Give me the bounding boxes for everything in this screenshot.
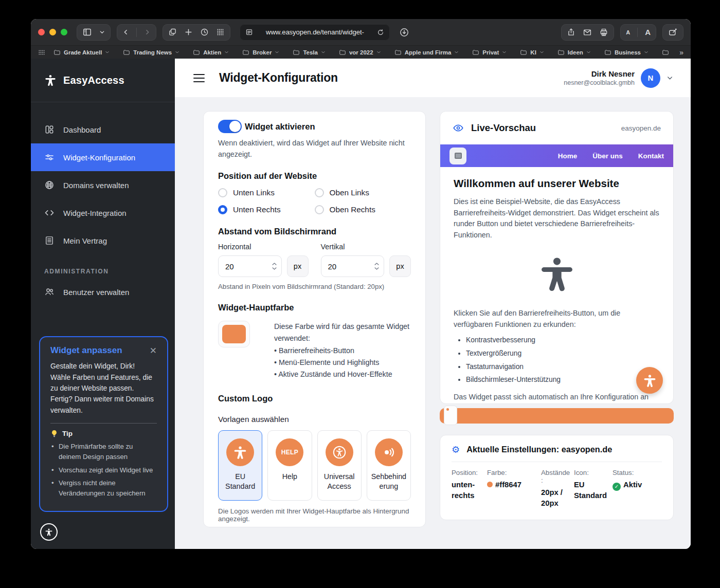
bookmark-item[interactable]: vor 2022 xyxy=(339,49,381,56)
distance-section-title: Abstand vom Bildschirmrand xyxy=(218,227,411,236)
bookmark-item[interactable]: Apple und Firma xyxy=(394,49,459,56)
color-picker[interactable] xyxy=(218,321,250,347)
stat-abstaende: Abstände: 20px / 20px xyxy=(541,469,574,509)
toggle-description: Wenn deaktiviert, wird das Widget auf Ih… xyxy=(218,137,408,160)
sidebar-item-domains-verwalten[interactable]: Domains verwalten xyxy=(31,171,175,199)
stat-position: Position: unten-rechts xyxy=(452,469,487,509)
stat-farbe: Farbe: #ff8647 xyxy=(487,469,541,509)
forward-icon[interactable] xyxy=(144,28,151,36)
bookmark-item[interactable]: Privat xyxy=(472,49,507,56)
popup-body: Gestalte dein Widget, Dirk! Wähle Farben… xyxy=(50,361,157,416)
preview-nav-link[interactable]: Kontakt xyxy=(638,152,664,160)
accessibility-widget-button[interactable] xyxy=(40,523,58,541)
check-circle-icon: ✓ xyxy=(613,483,621,491)
close-icon[interactable]: ✕ xyxy=(150,346,157,355)
preview-nav-link[interactable]: Über uns xyxy=(592,152,623,160)
hamburger-menu-icon[interactable] xyxy=(193,74,205,82)
template-help[interactable]: HELP Help xyxy=(267,430,312,501)
tab-group-chevron-icon[interactable] xyxy=(99,29,105,35)
address-bar[interactable]: www.easyopen.de/tenant/widget- xyxy=(240,24,390,41)
minimize-window-button[interactable] xyxy=(49,29,56,35)
text-size-group: A A xyxy=(620,24,656,41)
stepper-arrows-icon[interactable] xyxy=(272,263,277,270)
zoom-window-button[interactable] xyxy=(61,29,67,35)
browser-toolbar: www.easyopen.de/tenant/widget- A xyxy=(31,19,691,45)
template-eu-standard[interactable]: EU Standard xyxy=(218,430,262,501)
preview-title: Live-Vorschau xyxy=(471,122,536,134)
share-icon[interactable] xyxy=(567,28,575,36)
logo-help: Die Logos werden mit Ihrer Widget-Hauptf… xyxy=(218,507,411,523)
preview-nav-link[interactable]: Home xyxy=(558,152,578,160)
stepper-arrows-icon[interactable] xyxy=(374,263,379,270)
bookmark-item[interactable]: Ideen xyxy=(557,49,591,56)
preview-site-footer: Das Widget passt sich automatisch an Ihr… xyxy=(454,392,660,403)
bookmarks-overflow-chevrons[interactable]: » xyxy=(679,48,683,57)
preview-accessibility-button[interactable] xyxy=(636,367,663,394)
bookmark-item[interactable]: Tesla xyxy=(293,49,326,56)
sidebar-toggle-group xyxy=(77,24,111,41)
bookmarks-grid-icon[interactable] xyxy=(38,49,45,56)
sidebar-item-benutzer-verwalten[interactable]: Benutzer verwalten xyxy=(31,278,175,306)
back-icon[interactable] xyxy=(122,28,129,36)
bookmark-item[interactable]: Aktien xyxy=(193,49,229,56)
downloads-icon[interactable] xyxy=(396,24,412,41)
bookmark-item[interactable]: 3D Drucker xyxy=(662,49,672,56)
sidebar-item-dashboard[interactable]: Dashboard xyxy=(31,116,175,143)
eye-icon xyxy=(453,122,464,134)
dashboard-icon xyxy=(44,124,55,135)
color-description: Diese Farbe wird für das gesamte Widget … xyxy=(274,321,411,344)
mail-icon[interactable] xyxy=(583,28,592,37)
sidebar-item-widget-konfiguration[interactable]: Widget-Konfiguration xyxy=(31,143,175,171)
logo-section-title: Custom Logo xyxy=(218,394,411,403)
tab-overview-grid-icon[interactable] xyxy=(216,28,225,36)
user-menu[interactable]: Dirk Nesner nesner@coolblack.gmbh N xyxy=(564,68,673,88)
history-clock-icon[interactable] xyxy=(200,28,209,36)
copy-tabs-icon[interactable] xyxy=(168,28,177,36)
live-preview-card: Live-Vorschau easyopen.de HomeÜber unsKo… xyxy=(440,111,674,404)
radio-oben-rechts[interactable]: Oben Rechts xyxy=(315,205,411,214)
widget-active-toggle[interactable] xyxy=(218,120,242,133)
radio-unten-rechts[interactable]: Unten Rechts xyxy=(218,205,315,214)
url-text[interactable]: www.easyopen.de/tenant/widget- xyxy=(253,28,377,36)
stat-status: Status: ✓Aktiv xyxy=(613,469,662,509)
browser-sidebar-icon[interactable] xyxy=(82,27,92,37)
share-tools-group xyxy=(561,24,614,41)
lightbulb-icon xyxy=(50,430,58,437)
sliders-icon xyxy=(44,152,55,162)
accessibility-person-icon xyxy=(643,374,657,388)
note-tag-icon xyxy=(444,406,457,425)
radio-unten-links[interactable]: Unten Links xyxy=(218,188,315,197)
increase-text-icon[interactable]: A xyxy=(645,28,651,36)
template-universal-access[interactable]: Universal Access xyxy=(317,430,362,501)
sidebar-item-widget-integration[interactable]: Widget-Integration xyxy=(31,199,175,227)
bookmark-item[interactable]: KI xyxy=(520,49,544,56)
color-point: • Menü-Elemente und Highlights xyxy=(274,357,411,369)
sidebar-item-mein-vertrag[interactable]: Mein Vertrag xyxy=(31,227,175,254)
gear-icon: ⚙ xyxy=(452,445,460,454)
avatar[interactable]: N xyxy=(641,68,660,88)
print-icon[interactable] xyxy=(599,28,608,37)
bookmark-item[interactable]: Broker xyxy=(242,49,279,56)
bookmark-item[interactable]: Grade Aktuell xyxy=(53,49,110,56)
user-name: Dirk Nesner xyxy=(564,69,635,78)
widget-anpassen-popup: Widget anpassen ✕ Gestalte dein Widget, … xyxy=(39,336,168,512)
reader-view-icon[interactable] xyxy=(245,28,253,36)
chevron-down-icon[interactable] xyxy=(667,75,673,81)
user-email: nesner@coolblack.gmbh xyxy=(564,79,635,86)
users-icon xyxy=(44,287,55,297)
radio-oben-links[interactable]: Oben Links xyxy=(315,188,411,197)
preview-feature-item: Kontrastverbesserung xyxy=(466,335,660,346)
toggle-label: Widget aktivieren xyxy=(245,122,315,132)
preview-feature-list: KontrastverbesserungTextvergrößerungTast… xyxy=(466,335,660,385)
decrease-text-icon[interactable]: A xyxy=(626,29,630,35)
template-sehbehinderung[interactable]: Sehbehinderung xyxy=(367,430,411,501)
new-tab-icon[interactable] xyxy=(184,28,193,36)
compose-icon[interactable] xyxy=(668,27,678,37)
reload-icon[interactable] xyxy=(377,29,384,36)
preview-site-heading: Willkommen auf unserer Website xyxy=(454,177,660,190)
current-settings-card: ⚙ Aktuelle Einstellungen: easyopen.de Po… xyxy=(440,435,674,520)
close-window-button[interactable] xyxy=(38,29,45,35)
bookmark-item[interactable]: Trading News xyxy=(123,49,179,56)
bookmark-item[interactable]: Business xyxy=(604,49,649,56)
vertical-label: Vertikal xyxy=(321,243,411,251)
